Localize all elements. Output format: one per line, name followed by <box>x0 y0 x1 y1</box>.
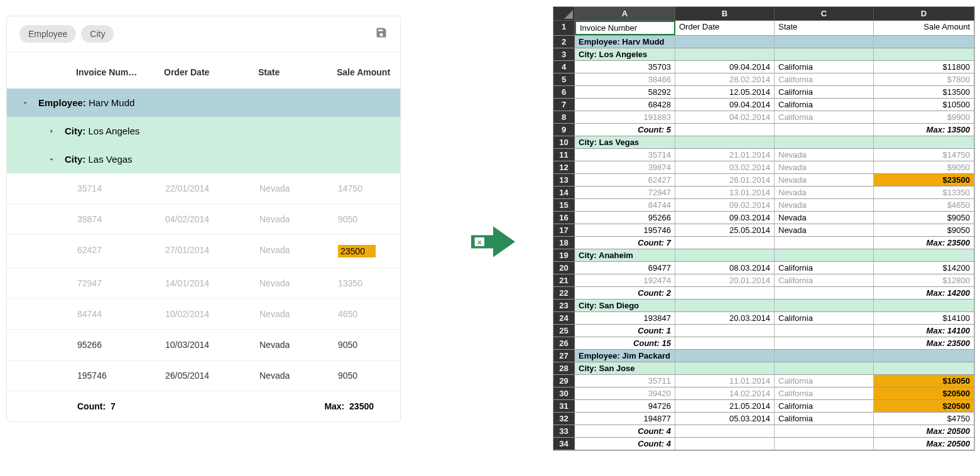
cell[interactable]: 25.05.2014 <box>675 224 775 236</box>
sheet-row[interactable]: 27Employee: Jim Packard <box>553 350 974 362</box>
col-header-date[interactable]: Order Date <box>164 67 258 77</box>
cell[interactable]: 21.05.2014 <box>675 400 775 412</box>
cell[interactable]: 35703 <box>575 61 675 73</box>
cell[interactable]: 26.01.2014 <box>675 174 775 186</box>
cell[interactable]: $9900 <box>874 111 974 123</box>
sheet-row[interactable]: 158474409.02.2014Nevada$4650 <box>553 199 974 212</box>
cell[interactable]: California <box>775 99 874 111</box>
cell[interactable] <box>775 438 874 450</box>
cell[interactable]: California <box>775 274 874 286</box>
sheet-row[interactable]: 3219487705.03.2014California$4750 <box>553 413 974 425</box>
cell[interactable]: Count: 15 <box>575 337 675 349</box>
cell[interactable] <box>775 337 874 349</box>
cell[interactable]: $13500 <box>874 86 974 98</box>
cell[interactable]: 03.02.2014 <box>675 161 775 173</box>
cell[interactable] <box>775 36 874 48</box>
row-header[interactable]: 32 <box>553 413 575 425</box>
cell[interactable] <box>775 237 874 249</box>
row-header[interactable]: 28 <box>553 362 575 374</box>
cell[interactable]: Count: 2 <box>575 287 675 299</box>
spreadsheet[interactable]: A B C D 1Invoice NumberOrder DateStateSa… <box>553 6 975 451</box>
cell[interactable]: Order Date <box>675 21 775 35</box>
row-header[interactable]: 9 <box>553 124 575 136</box>
sheet-row[interactable]: 123987403.02.2014Nevada$9050 <box>553 161 974 174</box>
cell[interactable]: California <box>775 86 874 98</box>
table-row[interactable]: 3571422/01/2014Nevada14750 <box>7 173 400 204</box>
sheet-row[interactable]: 303942014.02.2014California$20500 <box>553 387 974 400</box>
group-chip-city[interactable]: City <box>81 25 114 43</box>
cell[interactable]: California <box>775 312 874 324</box>
cell[interactable]: Max: 14100 <box>874 325 974 337</box>
group-chip-employee[interactable]: Employee <box>19 25 76 43</box>
cell[interactable] <box>675 136 775 148</box>
cell[interactable]: City: San Jose <box>575 362 675 374</box>
sheet-row[interactable]: 2119247420.01.2014California$12800 <box>553 274 974 287</box>
sheet-row[interactable]: 206947708.03.2014California$14200 <box>553 262 974 274</box>
sheet-row[interactable]: 34Count: 4Max: 20500 <box>553 438 974 450</box>
cell[interactable]: 20.01.2014 <box>675 274 775 286</box>
cell[interactable]: 194877 <box>575 413 675 425</box>
cell[interactable]: $13350 <box>874 187 974 198</box>
cell[interactable]: Nevada <box>775 187 874 198</box>
cell[interactable] <box>775 287 874 299</box>
row-header[interactable]: 18 <box>553 237 575 249</box>
row-header[interactable]: 8 <box>553 111 575 123</box>
sheet-row[interactable]: 43570309.04.2014California$11800 <box>553 61 974 73</box>
sheet-row[interactable]: 3City: Los Angeles <box>553 48 974 61</box>
row-header[interactable]: 16 <box>553 212 575 224</box>
table-row[interactable]: 6242727/01/2014Nevada23500 <box>7 235 400 268</box>
cell[interactable]: $12800 <box>874 274 974 286</box>
cell[interactable]: 09.04.2014 <box>675 61 775 73</box>
sheet-row[interactable]: 19City: Anaheim <box>553 249 974 262</box>
cell[interactable]: California <box>775 387 874 399</box>
cell[interactable] <box>675 337 775 349</box>
sheet-row[interactable]: 10City: Las Vegas <box>553 136 974 149</box>
row-header[interactable]: 7 <box>553 99 575 111</box>
cell[interactable]: Max: 20500 <box>874 438 974 450</box>
sheet-row[interactable]: 1Invoice NumberOrder DateStateSale Amoun… <box>553 21 974 36</box>
sheet-row[interactable]: 2419384720.03.2014California$14100 <box>553 312 974 325</box>
cell[interactable]: Sale Amount <box>874 21 974 35</box>
cell[interactable] <box>775 325 874 337</box>
cell[interactable] <box>874 300 974 311</box>
col-header-d[interactable]: D <box>874 7 974 21</box>
cell[interactable]: 94726 <box>575 400 675 412</box>
cell[interactable]: 193847 <box>575 312 675 324</box>
cell[interactable]: 192474 <box>575 274 675 286</box>
cell[interactable]: 39874 <box>575 161 675 173</box>
cell[interactable] <box>675 350 775 362</box>
cell[interactable]: City: Anaheim <box>575 249 675 261</box>
row-header[interactable]: 29 <box>553 375 575 387</box>
table-row[interactable]: 3987404/02/2014Nevada9050 <box>7 204 400 235</box>
cell[interactable]: Count: 5 <box>575 124 675 136</box>
cell[interactable] <box>874 136 974 148</box>
row-header[interactable]: 1 <box>553 21 575 35</box>
sheet-row[interactable]: 53846628.02.2014California$7800 <box>553 73 974 86</box>
cell[interactable] <box>874 36 974 48</box>
row-header[interactable]: 22 <box>553 287 575 299</box>
cell[interactable] <box>675 249 775 261</box>
cell[interactable]: $4650 <box>874 199 974 211</box>
cell[interactable]: 21.01.2014 <box>675 149 775 161</box>
row-header[interactable]: 21 <box>553 274 575 286</box>
cell[interactable]: 09.03.2014 <box>675 212 775 224</box>
cell[interactable]: $10500 <box>874 99 974 111</box>
sheet-row[interactable]: 169526609.03.2014Nevada$9050 <box>553 212 974 224</box>
cell[interactable] <box>675 287 775 299</box>
col-header-c[interactable]: C <box>775 7 874 21</box>
cell[interactable] <box>775 362 874 374</box>
sheet-row[interactable]: 319472621.05.2014California$20500 <box>553 400 974 413</box>
sheet-row[interactable]: 22Count: 2Max: 14200 <box>553 287 974 300</box>
cell[interactable]: $9050 <box>874 161 974 173</box>
cell[interactable]: California <box>775 400 874 412</box>
cell[interactable]: 68428 <box>575 99 675 111</box>
table-row[interactable]: 9526610/03/2014Nevada9050 <box>7 330 400 360</box>
row-header[interactable]: 3 <box>553 48 575 60</box>
cell[interactable] <box>775 48 874 60</box>
sheet-row[interactable]: 26Count: 15Max: 23500 <box>553 337 974 350</box>
cell[interactable] <box>874 249 974 261</box>
cell[interactable]: $14750 <box>874 149 974 161</box>
cell[interactable] <box>775 124 874 136</box>
cell[interactable] <box>874 48 974 60</box>
cell[interactable]: 09.02.2014 <box>675 199 775 211</box>
